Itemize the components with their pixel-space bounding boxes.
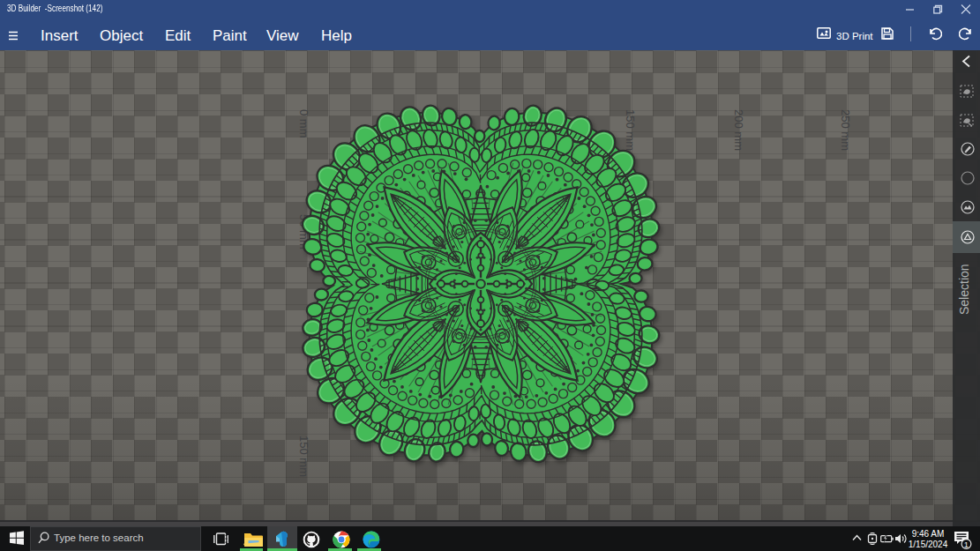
svg-text:1: 1 (964, 540, 969, 549)
